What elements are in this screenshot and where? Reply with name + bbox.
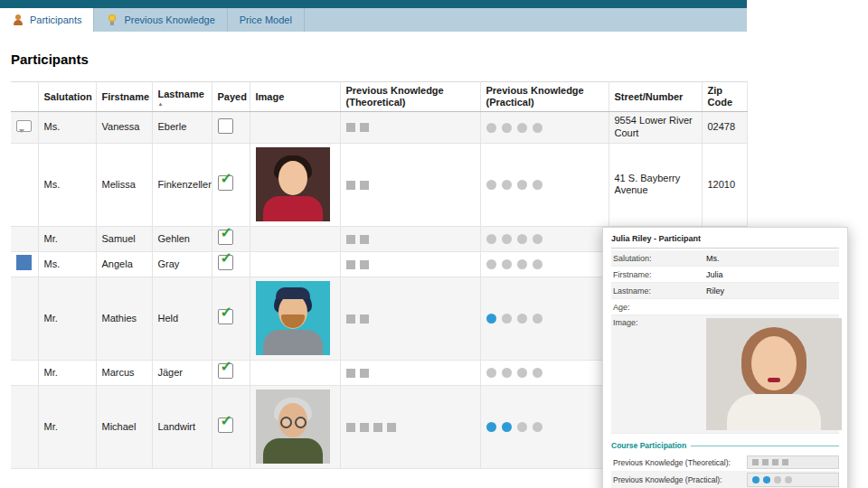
header-cell-pk_practical[interactable]: Previous Knowledge (Practical)	[480, 82, 609, 112]
header-cell-firstname[interactable]: Firstname	[96, 82, 152, 112]
row-marker-cell	[11, 251, 38, 277]
square-indicator	[360, 181, 369, 190]
header-cell-street[interactable]: Street/Number	[609, 82, 702, 112]
knowledge-dots	[486, 180, 542, 190]
header-cell-lastname[interactable]: Lastname▲	[152, 82, 212, 112]
table-row[interactable]: Ms.MelissaFinkenzeller✓41 S. Bayberry Av…	[11, 143, 747, 226]
knowledge-squares	[346, 314, 369, 324]
pk-theoretical-cell	[340, 277, 480, 360]
popup-field-value[interactable]: Riley	[706, 286, 839, 296]
square-indicator	[360, 260, 369, 269]
header-label: Payed	[218, 91, 247, 102]
firstname-cell: Michael	[96, 385, 152, 468]
square-indicator	[387, 423, 396, 432]
popup-course-field: Previous Knowledge (Theoretical):	[611, 454, 839, 471]
tab-price-model[interactable]: Price Model	[228, 8, 305, 32]
header-cell-salutation[interactable]: Salutation	[38, 82, 96, 112]
avatar-torso	[727, 394, 821, 430]
square-indicator	[782, 459, 788, 465]
square-indicator	[360, 423, 369, 432]
popup-field-label: Age:	[611, 303, 706, 312]
knowledge-squares	[346, 181, 369, 190]
popup-field: Firstname:Julia	[611, 267, 839, 283]
dot-indicator	[533, 259, 542, 269]
pk-theoretical-cell	[340, 143, 480, 226]
rating-box[interactable]	[747, 455, 839, 469]
pk-practical-cell	[480, 251, 609, 277]
payed-checkbox[interactable]: ✓	[218, 230, 233, 245]
avatar-lips	[768, 378, 780, 382]
payed-checkbox[interactable]: ✓	[218, 309, 233, 324]
dot-indicator	[763, 476, 770, 483]
header-cell-image[interactable]: Image	[250, 82, 340, 112]
pk-practical-cell	[480, 277, 609, 360]
row-marker-cell	[11, 226, 38, 251]
popup-field-value[interactable]	[706, 318, 842, 430]
rating-box[interactable]	[747, 473, 839, 487]
knowledge-squares	[346, 423, 396, 432]
knowledge-dots	[752, 476, 792, 483]
square-indicator	[373, 423, 382, 432]
dot-indicator	[533, 314, 542, 324]
popup-field: Lastname:Riley	[611, 283, 839, 299]
firstname-cell: Mathies	[96, 277, 152, 360]
dot-indicator	[486, 259, 496, 269]
avatar-torso	[263, 330, 323, 355]
tab-participants[interactable]: Participants	[0, 8, 94, 32]
tab-previous-knowledge[interactable]: Previous Knowledge	[94, 8, 227, 32]
street-cell: 41 S. Bayberry Avenue	[609, 143, 702, 226]
header-cell-payed[interactable]: Payed	[212, 82, 250, 112]
comment-icon[interactable]	[16, 120, 32, 132]
firstname-cell: Melissa	[96, 143, 152, 226]
square-indicator	[346, 314, 355, 324]
header-cell-pk_theoretical[interactable]: Previous Knowledge (Theoretical)	[340, 82, 480, 112]
dot-indicator	[502, 422, 512, 432]
row-marker-cell	[11, 143, 38, 226]
dot-indicator	[785, 476, 792, 483]
dot-indicator	[486, 368, 496, 378]
image-cell	[250, 226, 340, 251]
participant-photo	[706, 318, 842, 430]
avatar-head	[278, 161, 307, 195]
salutation-cell: Mr.	[38, 277, 96, 360]
knowledge-dots	[486, 123, 542, 133]
header-cell-zip[interactable]: Zip Code	[702, 82, 747, 112]
knowledge-dots	[486, 314, 542, 324]
square-indicator	[346, 260, 355, 269]
payed-checkbox[interactable]: ✓	[218, 255, 233, 270]
payed-checkbox[interactable]: ✓	[218, 418, 233, 433]
table-row[interactable]: Ms.VanessaEberle9554 Lower River Court02…	[11, 112, 747, 144]
lastname-cell: Held	[152, 277, 212, 360]
payed-checkbox[interactable]	[218, 118, 233, 134]
header-cell-marker	[11, 82, 38, 112]
knowledge-squares	[346, 260, 369, 269]
lastname-cell: Gray	[152, 251, 212, 277]
header-label: Zip Code	[708, 85, 733, 108]
payed-cell: ✓	[212, 143, 250, 226]
pk-theoretical-cell	[340, 360, 480, 385]
dot-indicator	[486, 314, 496, 324]
dot-indicator	[502, 123, 512, 133]
pk-practical-cell	[480, 112, 609, 144]
dot-indicator	[517, 314, 527, 324]
popup-field-label: Image:	[611, 318, 706, 327]
header-label: Salutation	[44, 91, 92, 102]
square-indicator	[360, 123, 369, 132]
payed-checkbox[interactable]: ✓	[218, 175, 233, 191]
pk-practical-cell	[480, 360, 609, 385]
payed-cell: ✓	[212, 226, 250, 251]
participants-icon	[12, 14, 24, 26]
header-label: Previous Knowledge (Theoretical)	[346, 85, 444, 108]
pk-theoretical-cell	[340, 385, 480, 468]
popup-field-value[interactable]: Ms.	[706, 254, 839, 263]
popup-course-fields: Previous Knowledge (Theoretical):Previou…	[611, 454, 839, 488]
popup-field-value[interactable]: Julia	[706, 270, 839, 279]
salutation-cell: Ms.	[38, 143, 96, 226]
payed-cell: ✓	[212, 251, 250, 277]
payed-checkbox[interactable]: ✓	[218, 363, 233, 379]
salutation-cell: Mr.	[38, 385, 96, 468]
dot-indicator	[502, 180, 512, 190]
avatar-torso	[263, 438, 323, 464]
dot-indicator	[486, 422, 496, 432]
lastname-cell: Gehlen	[152, 226, 212, 251]
